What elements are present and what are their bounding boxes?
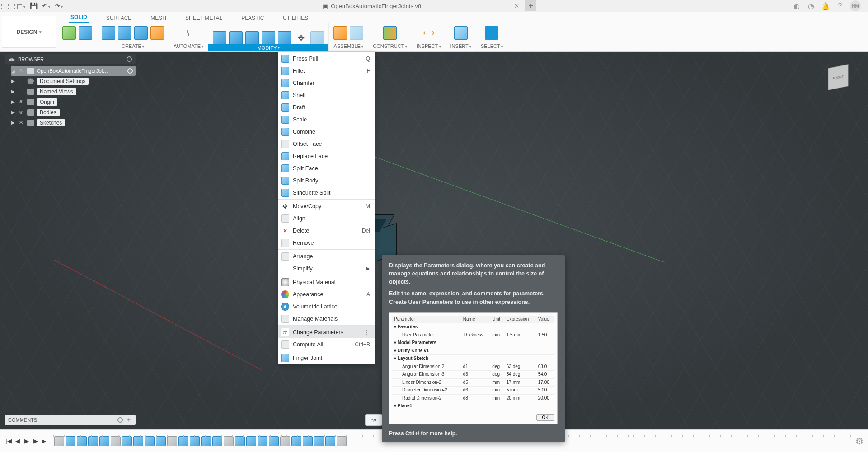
help-icon[interactable]: ? (835, 1, 845, 10)
tab-utilities[interactable]: UTILITIES (281, 13, 310, 23)
close-tab-icon[interactable]: × (514, 1, 519, 11)
browser-options-icon[interactable] (127, 56, 132, 62)
insert-image-icon[interactable] (454, 26, 468, 40)
timeline-feature[interactable] (145, 436, 155, 446)
tab-sheet-metal[interactable]: SHEET METAL (183, 13, 224, 23)
timeline-feature[interactable] (258, 436, 267, 446)
measure-icon[interactable]: ⟷ (422, 26, 436, 40)
timeline-feature[interactable] (190, 436, 200, 446)
viewcube[interactable]: FRONT (826, 65, 855, 94)
menu-item-compute-all[interactable]: Compute AllCtrl+B (278, 338, 375, 350)
timeline-feature[interactable] (156, 436, 166, 446)
browser-node[interactable]: ▶Document Settings (11, 76, 136, 86)
menu-item-finger-joint[interactable]: Finger Joint (278, 352, 375, 364)
extrude-icon[interactable] (102, 26, 115, 40)
sweep-icon[interactable] (134, 26, 148, 40)
presspull-icon[interactable] (213, 31, 226, 45)
menu-item-scale[interactable]: Scale (278, 113, 375, 126)
split-icon[interactable] (278, 31, 291, 45)
workspace-dropdown[interactable]: DESIGN (2, 16, 56, 48)
emboss-icon[interactable] (150, 26, 164, 40)
timeline-end-icon[interactable]: ▶| (41, 436, 49, 446)
joint-icon[interactable] (350, 26, 363, 40)
menu-item-delete[interactable]: ×DeleteDel (278, 224, 375, 237)
align-icon[interactable] (310, 31, 324, 45)
timeline-feature[interactable] (246, 436, 256, 446)
create-box-icon[interactable] (79, 26, 92, 40)
timeline-feature[interactable] (280, 436, 290, 446)
twisty-icon[interactable]: ▶ (11, 99, 15, 104)
construct-plane-icon[interactable] (383, 26, 397, 40)
select-label[interactable]: SELECT (481, 43, 503, 51)
select-icon[interactable] (485, 26, 498, 40)
menu-item-shell[interactable]: Shell (278, 89, 375, 101)
twisty-icon[interactable]: ▶ (11, 79, 15, 84)
notifications-icon[interactable]: 🔔 (821, 1, 830, 10)
twisty-icon[interactable]: ◢ (11, 69, 15, 74)
timeline-feature[interactable] (303, 436, 313, 446)
timeline-feature[interactable] (122, 436, 132, 446)
fillet-icon[interactable] (229, 31, 243, 45)
modify-dropdown-label[interactable]: MODIFY (208, 44, 328, 51)
menu-item-more-icon[interactable]: ⋮ (363, 329, 370, 336)
browser-node[interactable]: ▶👁Origin (11, 97, 136, 107)
browser-node[interactable]: ▶👁Sketches (11, 117, 136, 128)
timeline-feature[interactable] (167, 436, 177, 446)
automate-label[interactable]: AUTOMATE (174, 43, 203, 51)
twisty-icon[interactable]: ▶ (11, 120, 15, 125)
menu-item-arrange[interactable]: Arrange (278, 250, 375, 262)
menu-item-align[interactable]: Align (278, 212, 375, 224)
menu-item-split-face[interactable]: Split Face (278, 162, 375, 174)
inspect-label[interactable]: INSPECT (417, 43, 441, 51)
timeline-feature[interactable] (99, 436, 109, 446)
file-new-icon[interactable]: ▤ (15, 1, 26, 11)
timeline-feature[interactable] (269, 436, 279, 446)
twisty-icon[interactable]: ▶ (11, 89, 15, 94)
comments-panel[interactable]: COMMENTS ＋ (5, 415, 136, 425)
visibility-icon[interactable]: 👁 (18, 68, 25, 74)
timeline-feature[interactable] (88, 436, 98, 446)
timeline-feature[interactable] (325, 436, 335, 446)
jobs-icon[interactable]: ◔ (807, 1, 816, 10)
move-icon[interactable]: ✥ (294, 31, 308, 45)
timeline-feature[interactable] (178, 436, 188, 446)
timeline-feature[interactable] (224, 436, 234, 446)
activate-icon[interactable] (127, 68, 133, 74)
menu-item-draft[interactable]: Draft (278, 101, 375, 113)
timeline-back-icon[interactable]: ◀ (14, 436, 22, 446)
construct-label[interactable]: CONSTRUCT (373, 43, 407, 51)
browser-root[interactable]: ◢ 👁 OpenBoxAutomaticFingerJoi… (11, 66, 136, 76)
timeline-feature[interactable] (111, 436, 121, 446)
timeline-feature[interactable] (54, 436, 64, 446)
assemble-label[interactable]: ASSEMBLE (334, 43, 364, 51)
shell-icon[interactable] (245, 31, 259, 45)
menu-item-volumetric-lattice[interactable]: ◆Volumetric Lattice (278, 300, 375, 312)
create-label[interactable]: CREATE (122, 43, 144, 51)
menu-item-chamfer[interactable]: Chamfer (278, 77, 375, 89)
timeline-feature[interactable] (212, 436, 222, 446)
browser-node[interactable]: ▶👁Bodies (11, 107, 136, 117)
tab-mesh[interactable]: MESH (149, 13, 168, 23)
menu-item-simplify[interactable]: Simplify▶ (278, 262, 375, 275)
browser-collapse-icon[interactable]: ◀▶ (8, 57, 15, 62)
grid-apps-icon[interactable]: ⋮⋮⋮ (3, 1, 14, 11)
menu-item-split-body[interactable]: Split Body (278, 174, 375, 186)
menu-item-replace-face[interactable]: Replace Face (278, 150, 375, 162)
menu-item-combine[interactable]: Combine (278, 126, 375, 138)
redo-icon[interactable]: ↷ (53, 1, 64, 11)
navigation-bar-icon[interactable]: ⌂▾ (365, 414, 382, 426)
menu-item-manage-materials[interactable]: Manage Materials (278, 312, 375, 325)
timeline-feature[interactable] (77, 436, 87, 446)
timeline-feature[interactable] (201, 436, 211, 446)
menu-item-fillet[interactable]: FilletF (278, 65, 375, 77)
new-tab-button[interactable]: + (525, 0, 536, 11)
menu-item-offset-face[interactable]: Offset Face (278, 138, 375, 150)
timeline-feature[interactable] (66, 436, 75, 446)
timeline-feature[interactable] (291, 436, 301, 446)
revolve-icon[interactable] (118, 26, 131, 40)
visibility-icon[interactable]: 👁 (18, 99, 25, 105)
menu-item-press-pull[interactable]: Press PullQ (278, 52, 375, 65)
menu-item-appearance[interactable]: AppearanceA (278, 288, 375, 300)
browser-header[interactable]: ◀▶ BROWSER (5, 54, 136, 64)
menu-item-remove[interactable]: Remove (278, 237, 375, 249)
